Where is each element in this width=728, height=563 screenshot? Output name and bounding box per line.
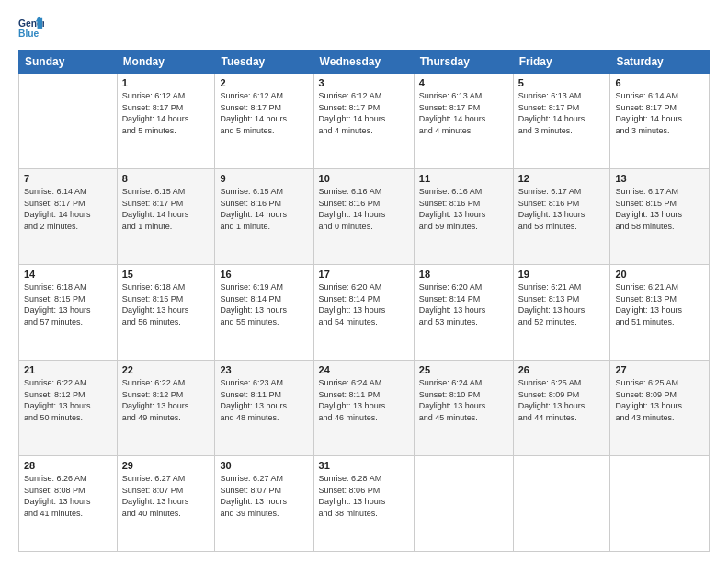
day-cell: 6Sunrise: 6:14 AMSunset: 8:17 PMDaylight… xyxy=(610,74,710,169)
day-cell: 13Sunrise: 6:17 AMSunset: 8:15 PMDayligh… xyxy=(610,169,710,265)
cell-info-line: Sunset: 8:17 PM xyxy=(615,102,704,114)
day-cell: 21Sunrise: 6:22 AMSunset: 8:12 PMDayligh… xyxy=(19,361,118,456)
cell-info-line: Sunset: 8:10 PM xyxy=(419,389,508,401)
cell-info-line: and 59 minutes. xyxy=(419,221,508,233)
cell-info-line: and 46 minutes. xyxy=(319,412,409,424)
day-cell: 22Sunrise: 6:22 AMSunset: 8:12 PMDayligh… xyxy=(117,361,215,456)
cell-info-line: and 1 minute. xyxy=(220,221,308,233)
logo-icon: General Blue xyxy=(18,15,44,40)
day-cell: 16Sunrise: 6:19 AMSunset: 8:14 PMDayligh… xyxy=(215,265,313,361)
day-cell: 7Sunrise: 6:14 AMSunset: 8:17 PMDaylight… xyxy=(19,169,118,265)
cell-info-line: Sunrise: 6:13 AM xyxy=(419,90,508,102)
day-cell: 12Sunrise: 6:17 AMSunset: 8:16 PMDayligh… xyxy=(513,169,610,265)
cell-info-line: Sunrise: 6:24 AM xyxy=(319,377,409,389)
cell-info-line: Sunrise: 6:21 AM xyxy=(518,282,606,293)
cell-info-line: Daylight: 13 hours xyxy=(518,400,606,412)
day-number: 7 xyxy=(24,173,112,184)
cell-info-line: and 1 minute. xyxy=(122,221,210,233)
day-cell: 1Sunrise: 6:12 AMSunset: 8:17 PMDaylight… xyxy=(117,74,215,169)
cell-info-line: Sunset: 8:13 PM xyxy=(615,293,704,305)
cell-info-line: Sunrise: 6:20 AM xyxy=(319,282,409,293)
week-row-5: 28Sunrise: 6:26 AMSunset: 8:08 PMDayligh… xyxy=(19,456,710,552)
calendar-table: SundayMondayTuesdayWednesdayThursdayFrid… xyxy=(18,50,710,552)
cell-info-line: Sunrise: 6:16 AM xyxy=(319,186,409,198)
cell-info-line: Daylight: 14 hours xyxy=(220,209,308,221)
cell-info-line: Daylight: 14 hours xyxy=(24,209,112,221)
day-cell: 23Sunrise: 6:23 AMSunset: 8:11 PMDayligh… xyxy=(215,361,313,456)
cell-info-line: and 41 minutes. xyxy=(24,508,112,520)
col-header-monday: Monday xyxy=(117,51,215,74)
day-cell: 30Sunrise: 6:27 AMSunset: 8:07 PMDayligh… xyxy=(215,456,313,552)
cell-info-line: and 54 minutes. xyxy=(319,316,409,328)
cell-info-line: Sunset: 8:17 PM xyxy=(122,102,210,114)
day-cell: 19Sunrise: 6:21 AMSunset: 8:13 PMDayligh… xyxy=(513,265,610,361)
day-cell: 14Sunrise: 6:18 AMSunset: 8:15 PMDayligh… xyxy=(19,265,118,361)
week-row-3: 14Sunrise: 6:18 AMSunset: 8:15 PMDayligh… xyxy=(19,265,710,361)
cell-info-line: Daylight: 13 hours xyxy=(24,496,112,508)
cell-info-line: Sunrise: 6:18 AM xyxy=(122,282,210,293)
cell-info-line: and 49 minutes. xyxy=(122,412,210,424)
cell-info-line: Sunrise: 6:27 AM xyxy=(220,473,308,485)
day-number: 8 xyxy=(122,173,210,184)
col-header-saturday: Saturday xyxy=(610,51,710,74)
day-cell: 2Sunrise: 6:12 AMSunset: 8:17 PMDaylight… xyxy=(215,74,313,169)
cell-info-line: and 5 minutes. xyxy=(122,125,210,137)
cell-info-line: Sunrise: 6:18 AM xyxy=(24,282,112,293)
cell-info-line: Sunset: 8:07 PM xyxy=(220,485,308,497)
day-number: 19 xyxy=(518,269,606,280)
day-number: 16 xyxy=(220,269,308,280)
cell-info-line: Daylight: 13 hours xyxy=(24,400,112,412)
cell-info-line: Daylight: 14 hours xyxy=(518,113,606,125)
cell-info-line: Sunset: 8:17 PM xyxy=(220,102,308,114)
day-number: 13 xyxy=(615,173,704,184)
cell-info-line: and 3 minutes. xyxy=(615,125,704,137)
cell-info-line: Sunrise: 6:22 AM xyxy=(122,377,210,389)
day-number: 22 xyxy=(122,364,210,375)
cell-info-line: and 5 minutes. xyxy=(220,125,308,137)
day-cell: 4Sunrise: 6:13 AMSunset: 8:17 PMDaylight… xyxy=(414,74,513,169)
day-cell xyxy=(610,456,710,552)
cell-info-line: Daylight: 13 hours xyxy=(122,496,210,508)
cell-info-line: and 4 minutes. xyxy=(419,125,508,137)
cell-info-line: Sunrise: 6:24 AM xyxy=(419,377,508,389)
cell-info-line: Daylight: 13 hours xyxy=(319,304,409,316)
cell-info-line: Sunset: 8:13 PM xyxy=(518,293,606,305)
day-cell xyxy=(19,74,118,169)
cell-info-line: Daylight: 13 hours xyxy=(24,304,112,316)
cell-info-line: and 53 minutes. xyxy=(419,316,508,328)
day-cell: 31Sunrise: 6:28 AMSunset: 8:06 PMDayligh… xyxy=(313,456,414,552)
cell-info-line: Sunset: 8:16 PM xyxy=(419,198,508,210)
cell-info-line: Sunrise: 6:15 AM xyxy=(122,186,210,198)
cell-info-line: Sunrise: 6:12 AM xyxy=(122,90,210,102)
day-cell: 27Sunrise: 6:25 AMSunset: 8:09 PMDayligh… xyxy=(610,361,710,456)
day-number: 24 xyxy=(319,364,409,375)
day-cell xyxy=(513,456,610,552)
cell-info-line: and 3 minutes. xyxy=(518,125,606,137)
cell-info-line: Sunset: 8:12 PM xyxy=(122,389,210,401)
cell-info-line: and 56 minutes. xyxy=(122,316,210,328)
cell-info-line: Daylight: 13 hours xyxy=(419,304,508,316)
cell-info-line: Daylight: 14 hours xyxy=(220,113,308,125)
cell-info-line: Daylight: 13 hours xyxy=(518,304,606,316)
day-number: 26 xyxy=(518,364,606,375)
cell-info-line: Sunset: 8:14 PM xyxy=(220,293,308,305)
cell-info-line: Daylight: 13 hours xyxy=(122,400,210,412)
cell-info-line: Sunrise: 6:17 AM xyxy=(615,186,704,198)
svg-text:Blue: Blue xyxy=(18,29,40,39)
day-number: 27 xyxy=(615,364,704,375)
cell-info-line: Daylight: 13 hours xyxy=(419,209,508,221)
header-row: SundayMondayTuesdayWednesdayThursdayFrid… xyxy=(19,51,710,74)
day-cell: 9Sunrise: 6:15 AMSunset: 8:16 PMDaylight… xyxy=(215,169,313,265)
cell-info-line: Sunset: 8:16 PM xyxy=(319,198,409,210)
day-number: 10 xyxy=(319,173,409,184)
day-cell: 3Sunrise: 6:12 AMSunset: 8:17 PMDaylight… xyxy=(313,74,414,169)
cell-info-line: and 50 minutes. xyxy=(24,412,112,424)
cell-info-line: and 0 minutes. xyxy=(319,221,409,233)
day-number: 1 xyxy=(122,77,210,88)
day-number: 9 xyxy=(220,173,308,184)
cell-info-line: Sunrise: 6:14 AM xyxy=(615,90,704,102)
day-cell: 25Sunrise: 6:24 AMSunset: 8:10 PMDayligh… xyxy=(414,361,513,456)
day-number: 2 xyxy=(220,77,308,88)
cell-info-line: Sunrise: 6:23 AM xyxy=(220,377,308,389)
day-cell: 15Sunrise: 6:18 AMSunset: 8:15 PMDayligh… xyxy=(117,265,215,361)
